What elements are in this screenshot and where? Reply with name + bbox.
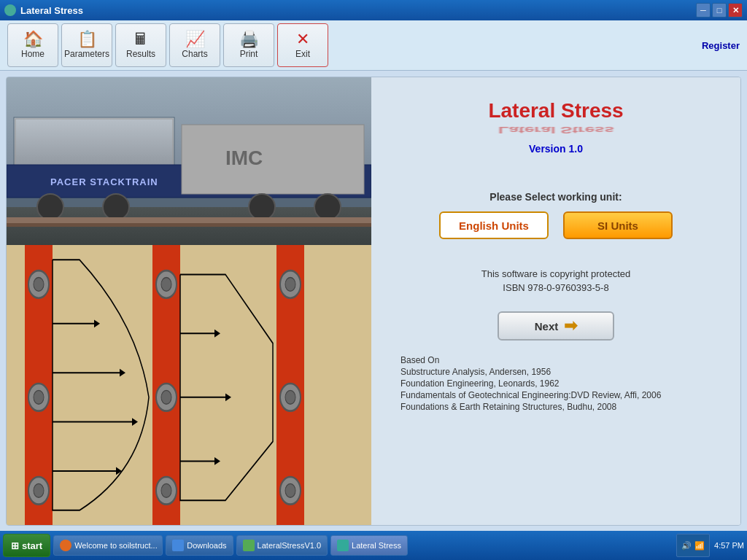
left-panel: PACER STACKTRAIN IMC — [7, 77, 371, 525]
print-icon: 🖨️ — [239, 31, 259, 47]
svg-point-28 — [161, 390, 171, 404]
toolbar: 🏠 Home 📋 Parameters 🖩 Results 📈 Charts 🖨… — [0, 20, 747, 71]
home-icon: 🏠 — [23, 31, 43, 47]
exit-icon: ✕ — [296, 31, 309, 47]
print-button[interactable]: 🖨️ Print — [223, 23, 274, 67]
taskbar-right: 🔊 📶 4:57 PM — [676, 534, 744, 557]
register-link[interactable]: Register — [702, 40, 740, 51]
svg-point-36 — [285, 483, 295, 497]
reference-3: Fundamentals of Geotechnical Engineering… — [400, 390, 711, 400]
clock: 4:57 PM — [714, 541, 744, 550]
svg-point-20 — [34, 277, 44, 291]
taskbar-item-4-label: Lateral Stress — [352, 541, 401, 550]
downloads-icon — [172, 540, 184, 551]
ref3-rest: DVD Review, Affi, 2006 — [570, 390, 661, 400]
svg-point-34 — [285, 390, 295, 404]
window-controls: ─ □ ✕ — [696, 3, 743, 18]
taskbar-item-3-label: LateralStressV1.0 — [258, 541, 321, 550]
references-section: Based On Substructure Analysis, Andersen… — [393, 355, 719, 412]
diagram-svg — [7, 245, 371, 525]
start-button[interactable]: ⊞ start — [3, 534, 50, 557]
volume-icon: 📶 — [694, 541, 705, 551]
results-label: Results — [126, 49, 155, 59]
network-icon: 🔊 — [681, 541, 692, 551]
maximize-button[interactable]: □ — [712, 3, 727, 18]
ref4-link: Foundations & Earth Retaining Structures — [400, 402, 562, 412]
ref4-rest: , Budhu, 2008 — [562, 402, 616, 412]
charts-button[interactable]: 📈 Charts — [169, 23, 220, 67]
next-button[interactable]: Next ➡ — [498, 311, 614, 341]
isbn-text: ISBN 978-0-9760393-5-8 — [481, 282, 630, 293]
taskbar: ⊞ start Welcome to soilstruct... Downloa… — [0, 531, 747, 560]
titlebar: Lateral Stress ─ □ ✕ — [0, 0, 747, 20]
lateralstress-app-icon — [337, 540, 349, 551]
content-area: PACER STACKTRAIN IMC — [6, 77, 741, 526]
minimize-button[interactable]: ─ — [696, 3, 711, 18]
start-label: start — [22, 540, 42, 551]
taskbar-item-3[interactable]: LateralStressV1.0 — [236, 535, 328, 556]
taskbar-item-4[interactable]: Lateral Stress — [330, 535, 408, 556]
svg-rect-7 — [182, 125, 364, 194]
main-area: PACER STACKTRAIN IMC — [0, 71, 747, 532]
svg-rect-15 — [7, 245, 371, 525]
reference-2: Foundation Engineering, Leonards, 1962 — [400, 378, 711, 389]
lateralstress-folder-icon — [243, 540, 255, 551]
results-icon: 🖩 — [133, 31, 149, 47]
taskbar-item-2-label: Downloads — [187, 541, 226, 550]
ref1-link: Substructure Analysis — [400, 367, 484, 377]
english-units-button[interactable]: English Units — [439, 211, 549, 239]
svg-point-12 — [314, 194, 341, 220]
taskbar-item-1-label: Welcome to soilstruct... — [74, 541, 158, 550]
svg-rect-14 — [7, 223, 371, 227]
svg-point-26 — [161, 277, 171, 291]
references-title: Based On — [400, 355, 711, 365]
train-svg: PACER STACKTRAIN IMC — [7, 77, 371, 245]
parameters-label: Parameters — [64, 49, 109, 59]
results-button[interactable]: 🖩 Results — [115, 23, 166, 67]
home-label: Home — [21, 49, 44, 59]
copyright-section: This software is copyright protected ISB… — [481, 268, 630, 293]
app-title: Lateral Stress — [488, 99, 623, 122]
close-button[interactable]: ✕ — [728, 3, 743, 18]
home-button[interactable]: 🏠 Home — [7, 23, 58, 67]
exit-button[interactable]: ✕ Exit — [277, 23, 328, 67]
parameters-button[interactable]: 📋 Parameters — [61, 23, 112, 67]
unit-buttons: English Units SI Units — [393, 211, 719, 239]
next-label: Next — [535, 320, 559, 332]
exit-label: Exit — [295, 49, 310, 59]
reference-1: Substructure Analysis, Andersen, 1956 — [400, 367, 711, 377]
taskbar-item-1[interactable]: Welcome to soilstruct... — [53, 535, 163, 556]
unit-section: Please Select working unit: English Unit… — [393, 191, 719, 239]
charts-label: Charts — [182, 49, 207, 59]
right-panel: Lateral Stress Lateral Stress Version 1.… — [371, 77, 740, 525]
next-arrow-icon: ➡ — [564, 316, 577, 335]
print-label: Print — [240, 49, 258, 59]
svg-point-32 — [285, 277, 295, 291]
app-icon — [4, 4, 16, 16]
window-title: Lateral Stress — [20, 5, 83, 16]
svg-text:PACER STACKTRAIN: PACER STACKTRAIN — [50, 176, 158, 187]
ref1-rest: , Andersen, 1956 — [484, 367, 551, 377]
reference-4: Foundations & Earth Retaining Structures… — [400, 402, 711, 412]
svg-text:IMC: IMC — [225, 147, 263, 169]
train-scene: PACER STACKTRAIN IMC — [7, 77, 371, 245]
svg-point-24 — [34, 483, 44, 497]
svg-point-30 — [161, 483, 171, 497]
taskbar-item-2[interactable]: Downloads — [166, 535, 233, 556]
si-units-button[interactable]: SI Units — [563, 211, 673, 239]
ref2-link: Foundation Engineering — [400, 378, 493, 389]
copyright-text: This software is copyright protected — [481, 268, 630, 279]
start-icon: ⊞ — [11, 540, 19, 551]
unit-prompt: Please Select working unit: — [393, 191, 719, 203]
svg-point-10 — [103, 194, 129, 220]
ref3-link: Fundamentals of Geotechnical Engineering… — [400, 390, 570, 400]
parameters-icon: 📋 — [77, 31, 97, 47]
app-version: Version 1.0 — [529, 143, 583, 155]
svg-point-22 — [34, 390, 44, 404]
firefox-icon — [60, 540, 71, 551]
system-tray: 🔊 📶 — [676, 534, 710, 557]
app-title-mirror: Lateral Stress — [498, 125, 614, 135]
svg-point-9 — [37, 194, 63, 220]
svg-point-11 — [249, 194, 275, 220]
ref2-rest: , Leonards, 1962 — [493, 378, 559, 389]
